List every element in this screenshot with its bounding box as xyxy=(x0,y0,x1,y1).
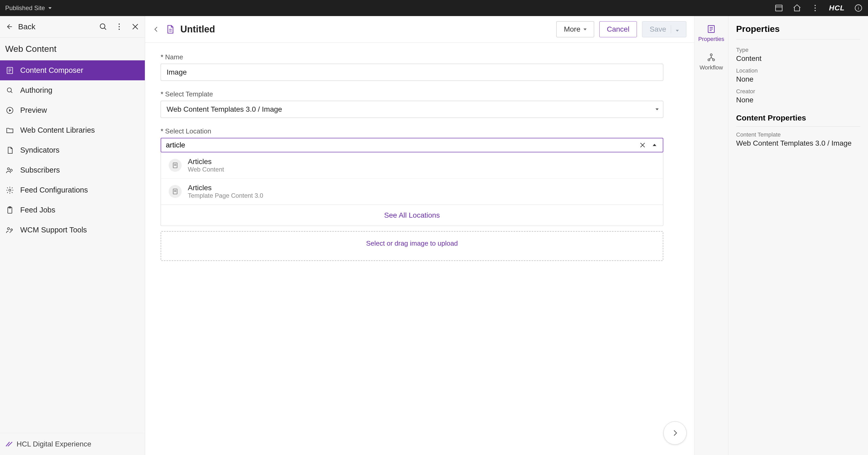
svg-point-3 xyxy=(815,7,816,9)
back-chevron-icon[interactable] xyxy=(153,26,160,33)
tab-workflow[interactable]: Workflow xyxy=(698,51,724,73)
svg-point-43 xyxy=(710,54,712,56)
sidebar-item-label: Preview xyxy=(20,106,47,115)
properties-panel-title: Properties xyxy=(736,24,860,39)
save-button[interactable]: Save xyxy=(642,21,686,37)
product-logo-icon xyxy=(5,440,13,448)
location-dropdown: Articles Web Content Articles Template P… xyxy=(161,152,663,226)
location-option-title: Articles xyxy=(188,157,224,166)
people-icon xyxy=(6,166,14,174)
svg-point-23 xyxy=(10,169,12,171)
main-editor: Untitled More Cancel Save Name Select Te… xyxy=(145,16,694,455)
sidebar-item-preview[interactable]: Preview xyxy=(0,100,145,120)
location-option[interactable]: Articles Web Content xyxy=(161,152,663,179)
sidebar-item-subscribers[interactable]: Subscribers xyxy=(0,160,145,180)
play-icon xyxy=(6,106,14,115)
folder-icon xyxy=(6,126,14,134)
product-name: HCL Digital Experience xyxy=(17,440,91,448)
product-footer-label: HCL Digital Experience xyxy=(0,433,145,455)
sidebar-item-feed-config[interactable]: Feed Configurations xyxy=(0,180,145,200)
template-select[interactable] xyxy=(161,101,663,118)
prop-type-label: Type xyxy=(736,47,860,53)
sidebar-item-label: Authoring xyxy=(20,86,52,95)
close-sidebar-icon[interactable] xyxy=(131,22,140,31)
prop-ct-label: Content Template xyxy=(736,131,860,138)
search-small-icon xyxy=(6,86,14,95)
sidebar-item-authoring[interactable]: Authoring xyxy=(0,80,145,100)
sidebar-item-syndicators[interactable]: Syndicators xyxy=(0,140,145,160)
clipboard-icon xyxy=(6,206,14,214)
sidebar-item-label: Feed Configurations xyxy=(20,186,88,194)
sidebar-item-feed-jobs[interactable]: Feed Jobs xyxy=(0,200,145,220)
back-arrow-icon[interactable] xyxy=(5,23,13,31)
prop-creator-label: Creator xyxy=(736,88,860,95)
overflow-menu-icon[interactable] xyxy=(811,4,819,12)
site-menu-label[interactable]: Published Site xyxy=(5,4,45,12)
sidebar-item-content-composer[interactable]: Content Composer xyxy=(0,60,145,80)
location-icon xyxy=(169,159,182,172)
svg-point-22 xyxy=(7,168,9,170)
site-menu-caret-icon[interactable] xyxy=(49,7,52,9)
panel-toggle-icon[interactable] xyxy=(774,4,783,12)
sidebar: Back Web Content Content Composer Author… xyxy=(0,16,145,455)
sidebar-item-support-tools[interactable]: WCM Support Tools xyxy=(0,220,145,240)
caret-down-icon xyxy=(584,29,587,30)
workflow-icon xyxy=(707,53,716,62)
location-icon xyxy=(169,185,182,198)
location-option-subtitle: Template Page Content 3.0 xyxy=(188,192,263,199)
sidebar-overflow-icon[interactable] xyxy=(115,22,124,31)
svg-point-27 xyxy=(7,228,9,230)
right-rail: Properties Workflow Properties Type Cont… xyxy=(694,16,868,455)
sidebar-item-label: Content Composer xyxy=(20,66,83,74)
caret-down-icon xyxy=(676,30,679,32)
home-icon[interactable] xyxy=(793,4,801,12)
sidebar-item-libraries[interactable]: Web Content Libraries xyxy=(0,120,145,140)
search-icon[interactable] xyxy=(99,22,107,31)
prop-location-value: None xyxy=(736,75,860,84)
location-option[interactable]: Articles Template Page Content 3.0 xyxy=(161,179,663,205)
upload-hint-text: Select or drag image to upload xyxy=(366,239,458,247)
tab-label: Properties xyxy=(698,36,724,42)
location-option-subtitle: Web Content xyxy=(188,166,224,173)
sidebar-item-label: Syndicators xyxy=(20,146,60,154)
svg-rect-0 xyxy=(776,5,782,11)
content-properties-title: Content Properties xyxy=(736,114,860,127)
properties-icon xyxy=(707,24,716,34)
tab-label: Workflow xyxy=(700,64,723,71)
caret-down-icon[interactable] xyxy=(655,109,659,111)
document-out-icon xyxy=(6,146,14,154)
location-input[interactable] xyxy=(166,141,634,149)
cancel-button[interactable]: Cancel xyxy=(599,21,637,37)
svg-text:i: i xyxy=(858,6,859,11)
help-icon[interactable]: i xyxy=(854,4,863,12)
more-button-label: More xyxy=(564,25,580,33)
brand-logo: HCL xyxy=(829,4,845,12)
clear-icon[interactable] xyxy=(639,142,646,149)
svg-point-2 xyxy=(815,5,816,6)
prop-type-value: Content xyxy=(736,54,860,63)
name-field-label: Name xyxy=(161,53,663,61)
name-input[interactable] xyxy=(161,64,663,81)
sidebar-item-label: Feed Jobs xyxy=(20,206,55,214)
caret-up-icon[interactable] xyxy=(651,142,658,149)
location-field-label: Select Location xyxy=(161,127,663,135)
gear-icon xyxy=(6,186,14,194)
svg-point-11 xyxy=(119,26,120,27)
back-label[interactable]: Back xyxy=(18,22,35,31)
template-field-label: Select Template xyxy=(161,90,663,98)
location-combobox[interactable] xyxy=(161,138,663,152)
sidebar-item-label: Web Content Libraries xyxy=(20,126,95,134)
more-button[interactable]: More xyxy=(556,21,594,37)
chevron-right-icon xyxy=(671,429,679,437)
expand-rail-button[interactable] xyxy=(663,421,687,445)
image-upload-dropzone[interactable]: Select or drag image to upload xyxy=(161,231,663,261)
see-all-locations-link[interactable]: See All Locations xyxy=(161,205,663,226)
tab-properties[interactable]: Properties xyxy=(697,22,726,44)
document-title: Untitled xyxy=(180,24,215,35)
svg-point-19 xyxy=(7,88,11,92)
svg-point-12 xyxy=(119,29,120,30)
sidebar-title: Web Content xyxy=(0,37,145,60)
prop-creator-value: None xyxy=(736,96,860,104)
sidebar-item-label: WCM Support Tools xyxy=(20,226,87,234)
location-option-title: Articles xyxy=(188,184,263,192)
